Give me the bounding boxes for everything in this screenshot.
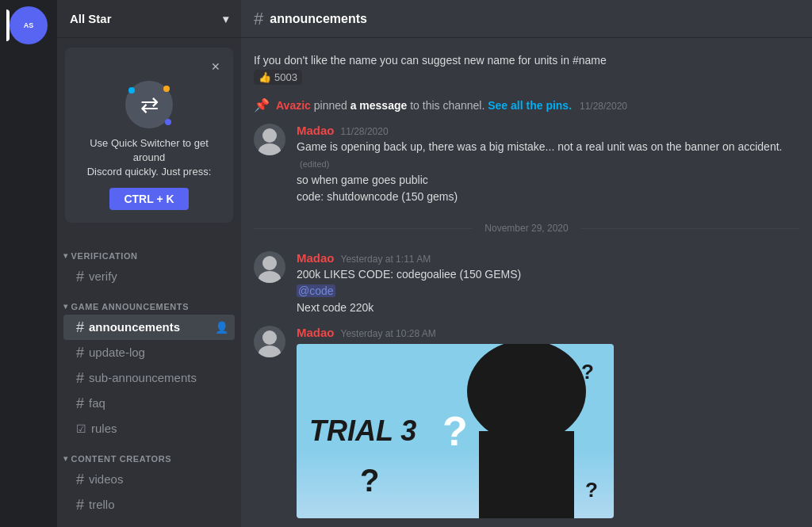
check-icon: ☑ (76, 422, 86, 435)
mention-code: @code (297, 285, 335, 297)
message-header-madao-2: Madao Yesterday at 1:11 AM (297, 251, 799, 265)
message-content-madao-1: Game is opening back up, there was a big… (297, 139, 799, 205)
section-verification[interactable]: ▾ VERIFICATION (57, 239, 241, 264)
message-author-madao-3: Madao (297, 326, 335, 339)
message-header-madao-3: Madao Yesterday at 10:28 AM (297, 326, 799, 339)
date-divider: November 29, 2020 (254, 223, 799, 234)
message-timestamp-madao-1: 11/28/2020 (341, 126, 389, 137)
svg-point-1 (259, 143, 281, 155)
dot-teal (128, 87, 135, 94)
collapse-arrow-icon: ▾ (63, 302, 68, 311)
section-label-verification: VERIFICATION (71, 251, 138, 261)
channel-name-rules: rules (91, 422, 228, 435)
see-all-pins-link[interactable]: See all the pins. (488, 99, 572, 112)
message-timestamp-madao-3: Yesterday at 10:28 AM (341, 328, 436, 339)
channel-item-verify[interactable]: # verify (63, 264, 235, 289)
message-content-madao-2: 200k LIKES CODE: codegoaliee (150 GEMS) … (297, 266, 799, 316)
channel-item-announcements[interactable]: # announcements 👤 (63, 315, 235, 340)
message-madao-1: Madao 11/28/2020 Game is opening back up… (254, 119, 799, 210)
message-madao-2: Madao Yesterday at 1:11 AM 200k LIKES CO… (254, 246, 799, 321)
svg-point-3 (259, 271, 281, 283)
message-timestamp-madao-2: Yesterday at 1:11 AM (341, 254, 431, 265)
hash-icon: # (76, 396, 84, 411)
qm-bottom-left: ? (360, 463, 379, 498)
channel-name-sub-announcements: sub-announcements (89, 371, 228, 384)
hash-icon: # (76, 269, 84, 284)
message-body-madao-3: Madao Yesterday at 10:28 AM (297, 326, 799, 518)
svg-point-4 (262, 330, 277, 345)
section-label-content-creators: CONTENT CREATORS (71, 454, 172, 464)
channel-item-videos[interactable]: # videos (63, 467, 235, 492)
pin-notice-text: Avazic pinned a message to this channel.… (276, 99, 627, 112)
dot-blue (165, 119, 171, 125)
channel-item-faq[interactable]: # faq (63, 391, 235, 416)
hash-icon: # (76, 346, 84, 360)
hash-icon: # (76, 472, 84, 487)
pin-icon: 📌 (254, 97, 270, 113)
message-header-madao-1: Madao 11/28/2020 (297, 124, 799, 137)
pin-notice-user: Avazic (276, 99, 311, 112)
trial-3-image: TRIAL 3 ? ? ? ? ? (297, 344, 614, 518)
emoji-reaction[interactable]: 👍 5003 (254, 70, 302, 85)
reaction-count: 5003 (274, 71, 297, 83)
messages-area: If you don't like the name you can sugge… (241, 38, 812, 527)
channel-item-rules[interactable]: ☑ rules (63, 416, 235, 441)
collapse-arrow-icon: ▾ (63, 251, 68, 260)
chevron-down-icon: ▾ (223, 13, 228, 25)
channel-header-name: announcements (270, 12, 367, 26)
avatar-madao-2 (254, 251, 285, 283)
channel-name-videos: videos (89, 472, 228, 486)
avatar-madao-1 (254, 124, 285, 155)
pin-notice: 📌 Avazic pinned a message to this channe… (254, 94, 799, 119)
channel-item-update-log[interactable]: # update-log (63, 340, 235, 365)
server-icon-label: AS (24, 21, 34, 30)
pin-timestamp: 11/28/2020 (580, 101, 627, 112)
channel-name-update-log: update-log (89, 346, 228, 359)
channel-name-trello: trello (89, 498, 228, 511)
hash-icon: # (76, 320, 84, 334)
main-content: # announcements If you don't like the na… (241, 0, 812, 527)
channel-name-faq: faq (89, 396, 228, 410)
date-label: November 29, 2020 (472, 223, 580, 234)
avatar-madao-3 (254, 326, 285, 357)
message-author-madao-2: Madao (297, 251, 335, 265)
message-body-madao-2: Madao Yesterday at 1:11 AM 200k LIKES CO… (297, 251, 799, 316)
channel-item-trello[interactable]: # trello (63, 492, 235, 517)
message-body-madao-1: Madao 11/28/2020 Game is opening back up… (297, 124, 799, 205)
server-header[interactable]: All Star ▾ (57, 0, 241, 38)
arrows-icon: ⇄ (140, 92, 159, 118)
section-content-creators[interactable]: ▾ CONTENT CREATORS (57, 441, 241, 467)
quick-switcher-description: Use Quick Switcher to get around Discord… (78, 136, 220, 180)
server-sidebar: AS (0, 0, 57, 527)
qm-bottom-right: ? (585, 478, 598, 502)
channels-list: ▾ VERIFICATION # verify ▾ GAME ANNOUNCEM… (57, 232, 241, 527)
svg-point-0 (262, 128, 277, 143)
section-game-announcements[interactable]: ▾ GAME ANNOUNCEMENTS (57, 289, 241, 315)
trial-3-label: TRIAL 3 (309, 414, 416, 448)
quick-switcher-icon: ⇄ (125, 81, 173, 128)
collapse-arrow-icon: ▾ (63, 454, 68, 463)
svg-point-2 (262, 256, 277, 270)
pinned-message: If you don't like the name you can sugge… (254, 51, 799, 94)
svg-point-5 (259, 346, 281, 357)
channel-item-sub-announcements[interactable]: # sub-announcements (63, 365, 235, 391)
pinned-message-text: If you don't like the name you can sugge… (254, 54, 799, 67)
reaction-emoji: 👍 (259, 71, 271, 83)
server-icon[interactable]: AS (10, 6, 48, 44)
quick-switcher-popup: ✕ ⇄ Use Quick Switcher to get around Dis… (65, 48, 233, 223)
hash-icon: # (76, 371, 84, 385)
qm-center: ? (442, 407, 468, 455)
edited-label: (edited) (300, 159, 329, 169)
user-icon: 👤 (215, 321, 228, 334)
message-madao-3: Madao Yesterday at 10:28 AM (254, 321, 799, 523)
channel-sidebar: All Star ▾ ✕ ⇄ Use Quick Switcher to get… (57, 0, 241, 527)
section-label-game-announcements: GAME ANNOUNCEMENTS (71, 302, 190, 311)
message-author-madao-1: Madao (297, 124, 335, 137)
dot-yellow (163, 86, 170, 92)
hash-icon: # (76, 498, 84, 512)
quick-switcher-shortcut[interactable]: CTRL + K (109, 188, 188, 210)
close-icon[interactable]: ✕ (211, 60, 220, 73)
channel-header: # announcements (241, 0, 812, 38)
channel-name-verify: verify (89, 269, 228, 283)
server-name: All Star (70, 12, 223, 25)
